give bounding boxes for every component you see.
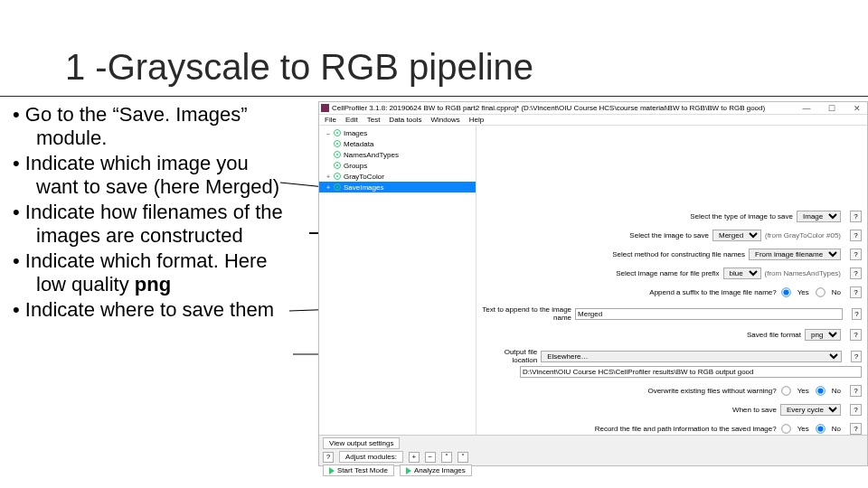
- pipeline-panel: –Images Metadata NamesAndTypes Groups +G…: [319, 126, 476, 435]
- eye-icon: [334, 151, 341, 158]
- move-up-button[interactable]: ˄: [441, 452, 452, 463]
- close-button[interactable]: ✕: [849, 104, 865, 113]
- start-test-button[interactable]: Start Test Mode: [323, 465, 394, 476]
- lbl-suffix: Append a suffix to the image file name?: [649, 288, 776, 296]
- window-title: CellProfiler 3.1.8: 20190624 BW to RGB p…: [332, 104, 765, 112]
- sel-loc[interactable]: Elsewhere…: [541, 351, 842, 362]
- eye-icon: [334, 140, 341, 147]
- cellprofiler-window: CellProfiler 3.1.8: 20190624 BW to RGB p…: [318, 101, 868, 466]
- lbl-record: Record the file and path information to …: [595, 425, 777, 433]
- sel-format[interactable]: png: [805, 329, 841, 341]
- lbl-method: Select method for constructing file name…: [612, 250, 745, 258]
- lbl-when: When to save: [732, 406, 777, 414]
- bullet-3: • Indicate how filenames of theimages ar…: [13, 201, 320, 248]
- help-button[interactable]: ?: [850, 249, 862, 260]
- over-yes[interactable]: [781, 386, 790, 395]
- eye-icon: [334, 183, 341, 191]
- bullet-5: • Indicate where to save them: [13, 298, 320, 322]
- bullets: • Go to the “Save. Images”module. • Indi…: [13, 103, 320, 324]
- help-button[interactable]: ?: [851, 351, 862, 362]
- pipe-groups[interactable]: Groups: [319, 160, 476, 171]
- sel-type[interactable]: Image: [797, 211, 841, 222]
- help-button[interactable]: ?: [850, 211, 862, 222]
- add-module-button[interactable]: +: [409, 452, 420, 463]
- input-locpath[interactable]: [520, 366, 862, 378]
- sel-method[interactable]: From image filename: [749, 249, 841, 260]
- lbl-loc: Output file location: [482, 348, 537, 364]
- lbl-img: Select the image to save: [629, 231, 709, 239]
- help-button[interactable]: ?: [850, 329, 862, 341]
- menu-help[interactable]: Help: [469, 116, 484, 124]
- menu-edit[interactable]: Edit: [345, 116, 358, 124]
- adjust-label: Adjust modules:: [339, 451, 403, 463]
- sel-img[interactable]: Merged: [712, 230, 761, 241]
- lbl-over: Overwrite existing files without warning…: [647, 387, 776, 395]
- play-icon: [329, 467, 335, 474]
- pipe-graytocolor[interactable]: +GrayToColor: [319, 171, 476, 182]
- play-icon: [406, 467, 411, 474]
- lbl-suffixtext: Text to append to the image name: [482, 305, 571, 322]
- help-button[interactable]: ?: [850, 423, 862, 435]
- help-button[interactable]: ?: [850, 267, 862, 279]
- lbl-type: Select the type of image to save: [690, 212, 793, 221]
- menu-bar: File Edit Test Data tools Windows Help: [319, 115, 867, 126]
- pipe-metadata[interactable]: Metadata: [319, 138, 476, 149]
- over-no[interactable]: [816, 386, 825, 395]
- eye-icon: [334, 162, 341, 169]
- move-down-button[interactable]: ˅: [458, 452, 468, 463]
- help-button[interactable]: ?: [850, 385, 862, 397]
- menu-windows[interactable]: Windows: [430, 116, 459, 124]
- menu-test[interactable]: Test: [367, 116, 381, 124]
- help-button[interactable]: ?: [850, 286, 862, 298]
- bullet-2: • Indicate which image youwant to save (…: [13, 152, 320, 199]
- help-button[interactable]: ?: [850, 230, 862, 241]
- sel-when[interactable]: Every cycle: [780, 404, 841, 416]
- settings-panel: Select the type of image to saveImage? S…: [476, 126, 867, 435]
- help-button[interactable]: ?: [850, 404, 862, 416]
- title-underline: [0, 96, 868, 97]
- maximize-button[interactable]: ☐: [824, 104, 840, 113]
- pipe-images[interactable]: –Images: [319, 127, 476, 138]
- app-icon: [321, 104, 329, 112]
- eye-icon: [334, 129, 341, 136]
- minimize-button[interactable]: —: [798, 104, 815, 113]
- sel-prefix[interactable]: blue: [723, 267, 761, 279]
- menu-file[interactable]: File: [325, 116, 336, 124]
- suffix-no[interactable]: [816, 287, 825, 296]
- bullet-1: • Go to the “Save. Images”module.: [13, 103, 320, 150]
- slide-title: 1 -Grayscale to RGB pipeline: [65, 47, 533, 88]
- analyze-button[interactable]: Analyze Images: [400, 465, 472, 476]
- help-button[interactable]: ?: [323, 452, 334, 463]
- suffix-yes[interactable]: [781, 287, 790, 296]
- input-suffixtext[interactable]: [575, 308, 843, 320]
- bottom-toolbar: View output settings ? Adjust modules: +…: [319, 435, 867, 465]
- titlebar: CellProfiler 3.1.8: 20190624 BW to RGB p…: [319, 102, 867, 115]
- record-no[interactable]: [816, 424, 825, 433]
- pipe-saveimages[interactable]: +SaveImages: [319, 182, 476, 192]
- menu-datatools[interactable]: Data tools: [389, 116, 421, 124]
- remove-module-button[interactable]: −: [425, 452, 436, 463]
- eye-icon: [334, 173, 341, 180]
- lbl-format: Saved file format: [747, 331, 801, 339]
- view-output-button[interactable]: View output settings: [323, 437, 400, 449]
- lbl-prefix: Select image name for file prefix: [616, 269, 719, 277]
- bullet-4: • Indicate which format. Herelow quality…: [13, 249, 320, 296]
- record-yes[interactable]: [781, 424, 790, 433]
- help-button[interactable]: ?: [852, 308, 862, 320]
- pipe-namesandtypes[interactable]: NamesAndTypes: [319, 149, 476, 160]
